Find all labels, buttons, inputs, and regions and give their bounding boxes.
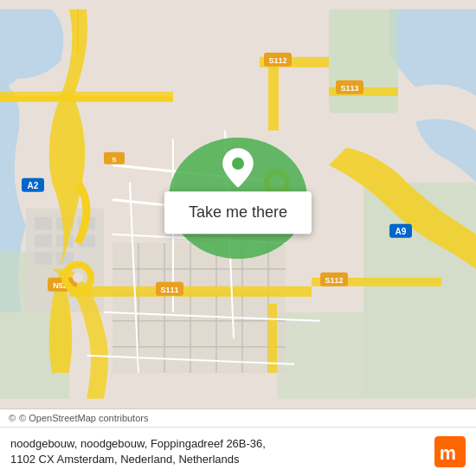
svg-text:S111: S111 <box>160 286 178 294</box>
svg-text:S112: S112 <box>268 56 286 65</box>
attribution-text: © OpenStreetMap contributors <box>19 413 148 423</box>
svg-text:S: S <box>112 156 117 164</box>
address-line2: 1102 CX Amsterdam, Nederland, Netherland… <box>10 453 239 466</box>
attribution-bar: © © OpenStreetMap contributors <box>0 408 476 427</box>
svg-rect-9 <box>35 235 52 248</box>
svg-rect-4 <box>277 312 363 399</box>
copyright-icon: © <box>9 413 16 423</box>
info-bar: noodgebouw, noodgebouw, Foppingadreef 26… <box>0 427 476 476</box>
address-text: noodgebouw, noodgebouw, Foppingadreef 26… <box>10 436 424 467</box>
svg-rect-6 <box>35 217 52 230</box>
map-pin-icon <box>221 146 255 190</box>
svg-text:A2: A2 <box>28 181 39 190</box>
svg-text:m: m <box>440 442 456 464</box>
svg-rect-28 <box>268 61 279 131</box>
svg-rect-1 <box>329 10 398 113</box>
svg-text:S112: S112 <box>325 276 343 285</box>
svg-point-62 <box>232 158 244 170</box>
address-line1: noodgebouw, noodgebouw, Foppingadreef 26… <box>10 437 266 450</box>
svg-text:A9: A9 <box>396 227 407 236</box>
svg-rect-31 <box>69 286 312 297</box>
svg-point-59 <box>73 273 83 283</box>
svg-rect-12 <box>35 252 52 265</box>
svg-text:S113: S113 <box>340 84 358 93</box>
take-me-there-button[interactable]: Take me there <box>164 191 312 234</box>
app: A2 A9 S112 S113 S111 S112 N522 S <box>0 0 476 476</box>
moovit-logo-icon: m <box>434 436 466 467</box>
svg-rect-27 <box>0 96 173 101</box>
map-container: A2 A9 S112 S113 S111 S112 N522 S <box>0 0 476 408</box>
moovit-logo: m <box>434 436 466 467</box>
